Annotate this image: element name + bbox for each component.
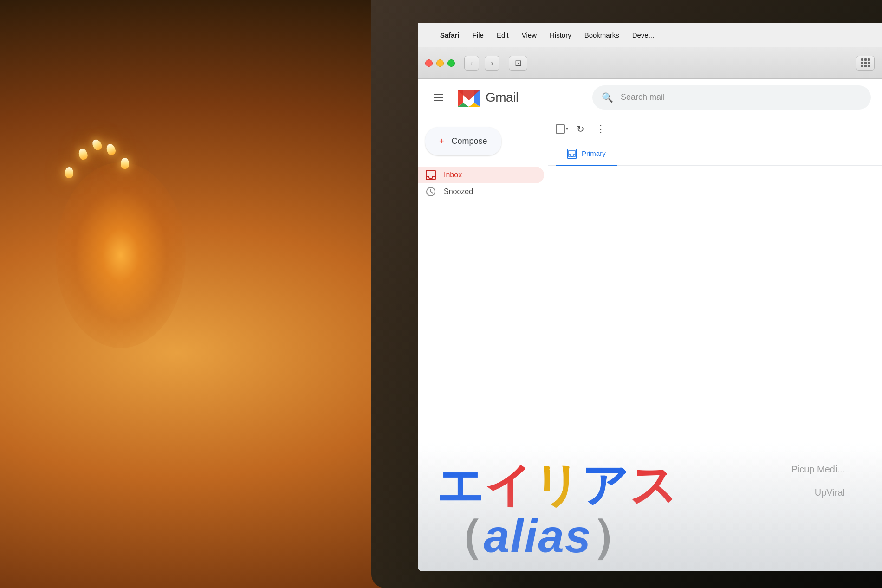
mail-tabs: Primary	[548, 142, 882, 166]
picup-media-label: Picup Medi...	[791, 464, 845, 475]
alias-char-8: ）	[591, 510, 639, 562]
forward-icon: ›	[491, 59, 493, 67]
svg-line-10	[431, 192, 433, 193]
primary-tab-icon	[567, 149, 577, 159]
dropdown-arrow-icon: ▾	[566, 126, 568, 131]
screen: Safari File Edit View History Bookmarks …	[418, 23, 882, 571]
bulb-1	[65, 167, 73, 178]
mail-toolbar: ▾ ↻ ⋮	[548, 116, 882, 142]
alias-char-4: ア	[581, 459, 629, 511]
monitor-bezel: Safari File Edit View History Bookmarks …	[371, 0, 882, 588]
search-icon: 🔍	[602, 92, 613, 103]
svg-rect-11	[569, 150, 575, 157]
alias-text: エイリアス（alias）	[548, 459, 863, 562]
refresh-icon: ↻	[577, 123, 584, 135]
safari-toolbar: ‹ › ⊡	[418, 47, 882, 79]
select-all-checkbox[interactable]: ▾	[556, 124, 568, 134]
upviral-label: UpViral	[815, 487, 845, 498]
snoozed-icon	[425, 186, 436, 197]
develop-menu[interactable]: Deve...	[632, 31, 655, 39]
dot-5	[864, 62, 867, 64]
gmail-m-icon	[457, 87, 481, 108]
light-glow	[56, 162, 186, 348]
compose-button[interactable]: + Compose	[425, 127, 501, 155]
tab-primary[interactable]: Primary	[556, 142, 617, 166]
bookmarks-menu[interactable]: Bookmarks	[584, 31, 619, 39]
checkbox-square	[556, 124, 565, 134]
back-icon: ‹	[470, 59, 473, 67]
gmail-content: Gmail 🔍 Search mail + Compose	[418, 79, 882, 571]
inbox-label: Inbox	[444, 171, 462, 179]
file-menu[interactable]: File	[473, 31, 484, 39]
hamburger-line-3	[434, 100, 443, 101]
dot-4	[861, 62, 863, 64]
alias-char-3: リ	[548, 459, 581, 511]
hamburger-line-1	[434, 94, 443, 95]
sidebar-toggle-icon: ⊡	[515, 58, 522, 68]
dot-9	[868, 65, 870, 67]
search-placeholder-text: Search mail	[621, 92, 665, 102]
compose-plus-icon: +	[439, 136, 444, 146]
hamburger-line-2	[434, 97, 443, 98]
minimize-button[interactable]	[436, 59, 444, 67]
history-menu[interactable]: History	[550, 31, 571, 39]
sidebar-toggle-button[interactable]: ⊡	[509, 56, 527, 71]
snoozed-svg-icon	[426, 187, 436, 197]
dot-8	[864, 65, 867, 67]
traffic-lights	[425, 59, 455, 67]
maximize-button[interactable]	[447, 59, 455, 67]
hamburger-button[interactable]	[429, 88, 447, 107]
gmail-wordmark: Gmail	[486, 90, 519, 105]
alias-banner: エイリアス（alias） Picup Medi... UpViral	[548, 450, 882, 571]
sidebar-item-inbox[interactable]: Inbox	[418, 167, 544, 183]
dot-3	[868, 58, 870, 61]
close-button[interactable]	[425, 59, 433, 67]
grid-dots-icon	[861, 58, 870, 67]
more-icon: ⋮	[596, 123, 606, 135]
more-options-button[interactable]: ⋮	[592, 121, 609, 137]
gmail-main: ▾ ↻ ⋮	[548, 116, 882, 571]
alias-char-5: ス	[629, 459, 678, 511]
snoozed-label: Snoozed	[444, 187, 473, 196]
gmail-header: Gmail 🔍 Search mail	[418, 79, 882, 116]
gmail-logo: Gmail	[457, 87, 519, 108]
alias-char-7: alias	[548, 510, 591, 562]
inbox-tab-svg	[568, 150, 576, 157]
sidebar-item-snoozed[interactable]: Snoozed	[418, 183, 544, 200]
dot-2	[864, 58, 867, 61]
bulb-5	[121, 158, 129, 169]
refresh-button[interactable]: ↻	[572, 121, 589, 137]
dot-6	[868, 62, 870, 64]
back-button[interactable]: ‹	[464, 56, 479, 71]
inbox-svg-icon	[426, 170, 436, 180]
view-menu[interactable]: View	[522, 31, 537, 39]
gmail-body: + Compose Inbox	[418, 116, 882, 571]
primary-tab-label: Primary	[582, 149, 606, 157]
dot-1	[861, 58, 863, 61]
dot-7	[861, 65, 863, 67]
grid-view-button[interactable]	[856, 56, 875, 71]
forward-button[interactable]: ›	[485, 56, 499, 71]
gmail-search-bar[interactable]: 🔍 Search mail	[592, 85, 871, 110]
menu-bar: Safari File Edit View History Bookmarks …	[418, 23, 882, 47]
compose-label: Compose	[452, 136, 487, 146]
safari-menu[interactable]: Safari	[440, 31, 460, 39]
edit-menu[interactable]: Edit	[497, 31, 509, 39]
inbox-icon	[425, 169, 436, 181]
